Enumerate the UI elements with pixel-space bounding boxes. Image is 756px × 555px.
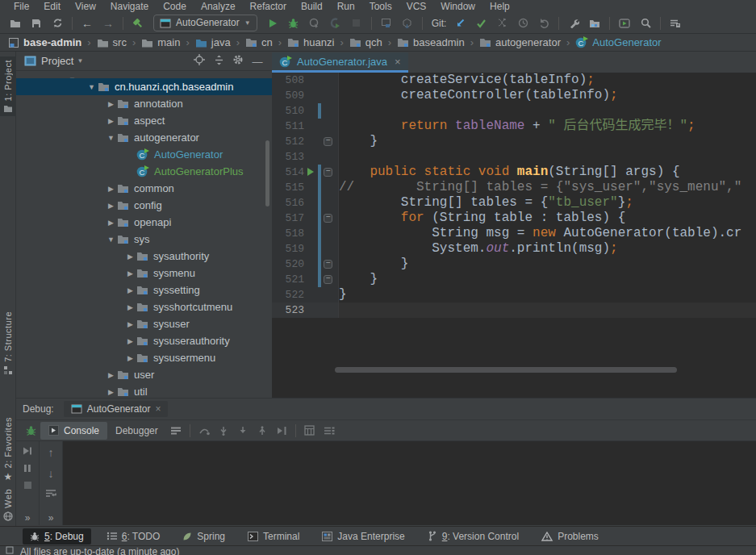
breadcrumb-item[interactable]: base-admin (6, 36, 83, 48)
debug-button[interactable] (283, 15, 304, 32)
tree-item-aspect[interactable]: ▶aspect (16, 112, 272, 129)
breadcrumb-item[interactable]: src (95, 36, 128, 48)
breadcrumb-item[interactable]: huanzi (286, 36, 336, 48)
code-line-510[interactable]: 510 (272, 103, 756, 119)
history-button[interactable] (512, 15, 533, 32)
resume-button[interactable] (23, 446, 32, 456)
run-to-cursor-button[interactable] (272, 423, 291, 439)
tree-right-arrow[interactable]: ▶ (105, 185, 117, 193)
stop-dark-button[interactable] (23, 481, 32, 490)
undo-button[interactable] (533, 15, 554, 32)
tree-right-arrow[interactable]: ▶ (105, 371, 117, 379)
tree-item-sysuserauthority[interactable]: ▶sysuserauthority (16, 332, 272, 349)
tree-item-autogenerator[interactable]: ▼autogenerator (16, 129, 272, 146)
soft-wrap-button[interactable] (45, 488, 56, 498)
more-icon[interactable]: » (48, 512, 54, 524)
project-structure-button[interactable] (584, 15, 605, 32)
code-line-517[interactable]: 517− for (String table : tables) { (272, 211, 756, 226)
code-line-521[interactable]: 521− } (272, 272, 756, 287)
breadcrumb-item[interactable]: qch (348, 36, 384, 48)
tree-item-autogeneratorplus[interactable]: CAutoGeneratorPlus (16, 163, 272, 180)
breadcrumb-item[interactable]: cn (244, 36, 274, 48)
save-button[interactable] (26, 15, 47, 32)
code-line-518[interactable]: 518 String msg = new AutoGenerator(table… (272, 226, 756, 241)
tree-right-arrow[interactable]: ▶ (124, 269, 136, 278)
down-stack-button[interactable]: ↓ (48, 467, 54, 480)
menu-help[interactable]: Help (482, 0, 517, 13)
toolwindow-tab-versioncontrol[interactable]: 9: Version Control (420, 528, 526, 545)
toolwindow-tab-debug[interactable]: 5: Debug (23, 528, 91, 545)
code-line-509[interactable]: 509 createController(tableInfo); (272, 88, 756, 103)
breadcrumb-item[interactable]: java (194, 36, 232, 48)
menu-run[interactable]: Run (330, 0, 362, 13)
tree-scrollbar[interactable] (265, 140, 269, 207)
tree-item-annotation[interactable]: ▶annotation (16, 95, 272, 112)
debug-tab-console[interactable]: Console (40, 422, 107, 440)
debug-session-tab[interactable]: AutoGenerator × (64, 401, 169, 417)
tree-item-sysauthority[interactable]: ▶sysauthority (16, 248, 272, 265)
hide-button[interactable]: — (248, 54, 267, 70)
tree-right-arrow[interactable]: ▶ (124, 337, 136, 345)
editor-horizontal-scrollbar[interactable] (335, 367, 677, 373)
toolwindow-tab-problems[interactable]: Problems (534, 528, 606, 545)
code-line-519[interactable]: 519 System.out.println(msg); (272, 241, 756, 257)
stop-button[interactable] (346, 15, 367, 32)
menu-refactor[interactable]: Refactor (243, 0, 294, 13)
code-line-511[interactable]: 511 return tableName + " 后台代码生成完毕！"; (272, 119, 756, 134)
close-icon[interactable]: × (395, 56, 401, 68)
tree-right-arrow[interactable]: ▶ (124, 320, 136, 328)
step-out-button[interactable] (253, 423, 272, 439)
menu-edit[interactable]: Edit (36, 0, 68, 13)
chevron-down-icon[interactable]: ▼ (77, 57, 83, 65)
stripe-tab-favorites[interactable]: 2: Favorites★ (0, 414, 16, 486)
tree-right-arrow[interactable]: ▶ (124, 286, 136, 294)
menu-navigate[interactable]: Navigate (103, 0, 156, 13)
tree-item-sysusermenu[interactable]: ▶sysusermenu (16, 349, 272, 366)
tree-item-openapi[interactable]: ▶openapi (16, 214, 272, 231)
tree-item-autogenerator[interactable]: CAutoGenerator (16, 146, 272, 163)
forward-button[interactable]: → (98, 15, 119, 32)
stripe-tab-project[interactable]: 1: Project (0, 56, 16, 116)
step-over-button[interactable] (194, 423, 214, 439)
evaluate-button[interactable] (300, 423, 320, 439)
locate-button[interactable] (190, 52, 209, 68)
coverage-button[interactable] (304, 15, 325, 32)
fold-icon[interactable]: − (324, 168, 332, 177)
fold-icon[interactable]: − (324, 275, 332, 284)
tree-item-syssetting[interactable]: ▶syssetting (16, 282, 272, 298)
tree-right-arrow[interactable]: ▶ (105, 202, 117, 210)
tree-down-arrow[interactable]: ▼ (105, 236, 117, 244)
toolwindow-tab-terminal[interactable]: Terminal (240, 528, 307, 545)
tree-right-arrow[interactable]: ▶ (105, 219, 117, 227)
close-icon[interactable]: × (155, 403, 161, 415)
tree-item-sysshortcutmenu[interactable]: ▶sysshortcutmenu (16, 298, 272, 315)
dependencies-button[interactable] (397, 15, 418, 32)
sync-button[interactable] (47, 15, 68, 32)
project-tree[interactable]: ▼ ▼cn.huanzi.qch.baseadmin▶annotation▶as… (16, 71, 272, 398)
vcs-commit-button[interactable] (470, 15, 491, 32)
tree-right-arrow[interactable]: ▶ (124, 252, 136, 261)
breadcrumb-item[interactable]: CAutoGenerator (574, 36, 662, 48)
sync-settings-button[interactable] (665, 15, 686, 32)
debug-tab-debugger[interactable]: Debugger (107, 422, 166, 440)
tree-item-cn.huanzi.qch.baseadmin[interactable]: ▼cn.huanzi.qch.baseadmin (16, 78, 272, 95)
breadcrumb-item[interactable]: baseadmin (395, 36, 466, 48)
menu-tools[interactable]: Tools (362, 0, 399, 13)
tree-item-sysuser[interactable]: ▶sysuser (16, 315, 272, 332)
tree-item-user[interactable]: ▶user (16, 366, 272, 383)
tree-right-arrow[interactable]: ▶ (105, 117, 117, 125)
profile-button[interactable] (325, 15, 346, 32)
search-button[interactable] (635, 15, 656, 32)
fold-icon[interactable]: − (324, 260, 332, 269)
code-area[interactable]: 508 createService(tableInfo); 509 create… (272, 73, 756, 398)
code-line-520[interactable]: 520− } (272, 257, 756, 272)
code-line-514[interactable]: 514− public static void main(String[] ar… (272, 165, 756, 180)
vcs-merge-button[interactable] (491, 15, 512, 32)
menu-window[interactable]: Window (433, 0, 482, 13)
tree-right-arrow[interactable]: ▶ (105, 388, 117, 396)
menu-view[interactable]: View (68, 0, 103, 13)
tree-right-arrow[interactable]: ▶ (124, 303, 136, 311)
tree-right-arrow[interactable]: ▶ (124, 354, 136, 362)
tree-item-sysmenu[interactable]: ▶sysmenu (16, 265, 272, 282)
run-anything-button[interactable] (614, 15, 635, 32)
